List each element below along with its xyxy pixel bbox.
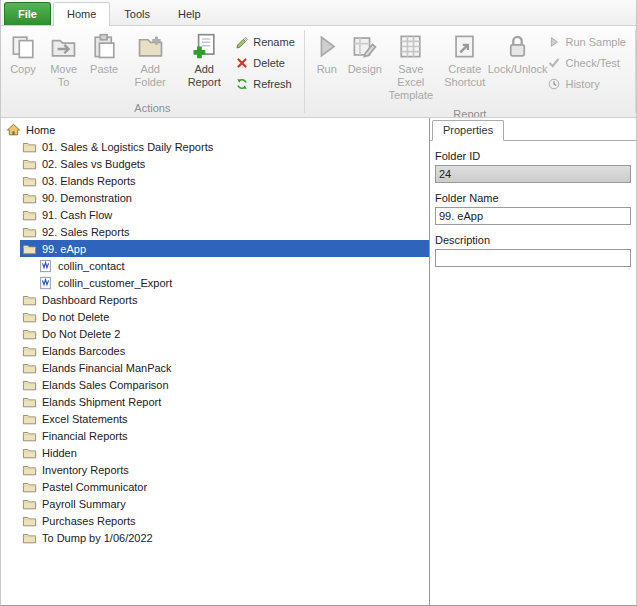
folder-icon [22,241,38,256]
button-label: Add Folder [126,63,174,89]
tree-item-92-sales-reports[interactable]: 92. Sales Reports [1,223,429,240]
tab-properties[interactable]: Properties [432,120,504,141]
field-folder-id: Folder ID [435,147,631,183]
run-sample-icon [547,35,561,49]
description-input[interactable] [435,249,631,267]
tab-file[interactable]: File [4,2,51,25]
save-excel-template-button[interactable]: Save Excel Template [384,29,438,107]
tree-item-label: 02. Sales vs Budgets [42,158,145,170]
tree-item-elands-shipment-report[interactable]: Elands Shipment Report [1,393,429,410]
ribbon-group-label: Actions [1,101,304,117]
add-folder-button[interactable]: Add Folder [123,29,177,93]
tree-item-inventory-reports[interactable]: Inventory Reports [1,461,429,478]
tree-item-do-not-delete-2[interactable]: Do Not Delete 2 [1,325,429,342]
button-label: Run Sample [565,36,626,48]
tree-item-02-sales-vs-budgets[interactable]: 02. Sales vs Budgets [1,155,429,172]
tree-item-collin-contact[interactable]: collin_contact [1,257,429,274]
copy-icon [10,33,37,60]
tree-item-excel-statements[interactable]: Excel Statements [1,410,429,427]
tree-item-inner: Home [4,121,429,138]
tree-item-pastel-communicator[interactable]: Pastel Communicator [1,478,429,495]
tree-item-01-sales-logistics-daily-reports[interactable]: 01. Sales & Logistics Daily Reports [1,138,429,155]
tree-item-label: Do not Delete [42,311,109,323]
copy-button[interactable]: Copy [4,29,42,80]
tree-item-home[interactable]: Home [1,121,429,138]
tree-item-inner: Elands Shipment Report [20,393,429,410]
lock-unlock-button[interactable]: Lock/Unlock [492,29,544,80]
tree-item-inner: Elands Financial ManPack [20,359,429,376]
tree-item-label: 99. eApp [42,243,86,255]
ribbon-separator [635,30,636,113]
tree-item-label: Excel Statements [42,413,128,425]
button-label: Save Excel Template [387,63,435,103]
properties-tab-row: Properties [430,118,636,141]
tree-item-do-not-delete[interactable]: Do not Delete [1,308,429,325]
paste-button[interactable]: Paste [85,29,123,80]
folder-icon [22,479,38,494]
tree-item-to-dump-by-1-06-2022[interactable]: To Dump by 1/06/2022 [1,529,429,546]
tree-item-inner: 01. Sales & Logistics Daily Reports [20,138,429,155]
rename-button[interactable]: Rename [235,35,295,49]
properties-body: Folder IDFolder NameDescription [430,141,636,605]
tree-item-03-elands-reports[interactable]: 03. Elands Reports [1,172,429,189]
button-label: Lock/Unlock [488,63,548,76]
field-folder-name: Folder Name [435,189,631,225]
tree-item-label: Dashboard Reports [42,294,137,306]
check-test-button[interactable]: Check/Test [547,56,626,70]
tab-tools[interactable]: Tools [110,2,164,25]
tree-item-inner: Pastel Communicator [20,478,429,495]
move-to-button[interactable]: Move To [42,29,85,93]
tree-item-elands-barcodes[interactable]: Elands Barcodes [1,342,429,359]
tree-item-elands-financial-manpack[interactable]: Elands Financial ManPack [1,359,429,376]
field-label: Folder ID [435,147,631,165]
tree-item-inner: Excel Statements [20,410,429,427]
tree-item-inner: Elands Sales Comparison [20,376,429,393]
tree-item-99-eapp[interactable]: 99. eApp [1,240,429,257]
button-label: Delete [253,57,285,69]
folder-icon [22,190,38,205]
history-icon [547,77,561,91]
folder-id-input [435,165,631,183]
add-report-button[interactable]: Add Report [177,29,231,93]
folder-icon [22,139,38,154]
run-sample-button[interactable]: Run Sample [547,35,626,49]
tree-item-financial-reports[interactable]: Financial Reports [1,427,429,444]
button-label: History [565,78,599,90]
folder-name-input[interactable] [435,207,631,225]
tree-item-90-demonstration[interactable]: 90. Demonstration [1,189,429,206]
tree-item-elands-sales-comparison[interactable]: Elands Sales Comparison [1,376,429,393]
folder-icon [22,377,38,392]
ribbon-small-stack: RenameDeleteRefresh [231,29,301,91]
tree-item-label: 01. Sales & Logistics Daily Reports [42,141,213,153]
tree-item-inner: Elands Barcodes [20,342,429,359]
button-label: Move To [45,63,82,89]
field-label: Folder Name [435,189,631,207]
tab-help[interactable]: Help [164,2,215,25]
tree-item-inner: Do Not Delete 2 [20,325,429,342]
tree-item-inner: collin_customer_Export [36,274,429,291]
tree-item-label: 92. Sales Reports [42,226,129,238]
save-excel-template-icon [397,33,424,60]
refresh-button[interactable]: Refresh [235,77,295,91]
field-description: Description [435,231,631,267]
tree-item-label: Hidden [42,447,77,459]
tree-item-collin-customer-export[interactable]: collin_customer_Export [1,274,429,291]
tree-item-inner: 99. eApp [20,240,429,257]
folder-icon [22,343,38,358]
tree-item-label: Elands Shipment Report [42,396,161,408]
tree-item-inner: 02. Sales vs Budgets [20,155,429,172]
design-button[interactable]: Design [346,29,384,80]
run-button[interactable]: Run [308,29,346,80]
folder-icon [22,309,38,324]
delete-button[interactable]: Delete [235,56,295,70]
tree-item-hidden[interactable]: Hidden [1,444,429,461]
tree-item-purchases-reports[interactable]: Purchases Reports [1,512,429,529]
tree-item-dashboard-reports[interactable]: Dashboard Reports [1,291,429,308]
create-shortcut-button[interactable]: Create Shortcut [438,29,492,93]
history-button[interactable]: History [547,77,626,91]
tree-item-payroll-summary[interactable]: Payroll Summary [1,495,429,512]
tree-item-label: collin_customer_Export [58,277,172,289]
tab-home[interactable]: Home [53,2,110,26]
tree-item-91-cash-flow[interactable]: 91. Cash Flow [1,206,429,223]
tree-item-inner: Dashboard Reports [20,291,429,308]
